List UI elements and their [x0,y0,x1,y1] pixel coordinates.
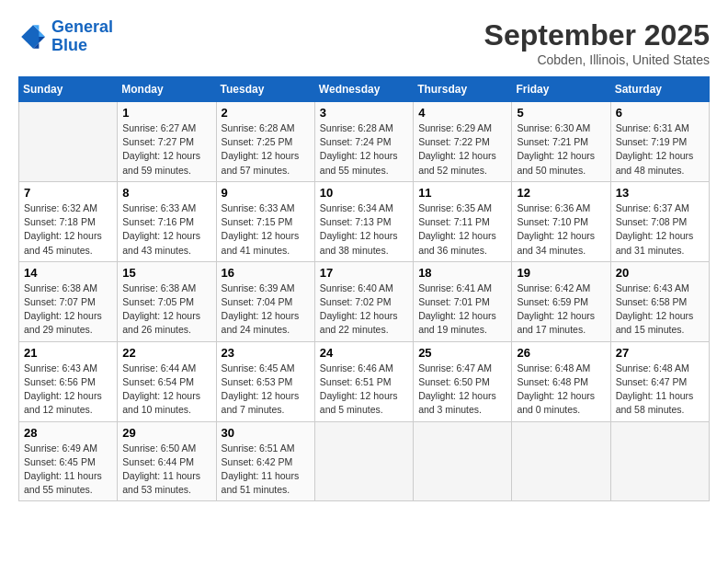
calendar-cell: 7Sunrise: 6:32 AM Sunset: 7:18 PM Daylig… [19,181,118,261]
calendar-body: 1Sunrise: 6:27 AM Sunset: 7:27 PM Daylig… [19,102,710,501]
day-of-week-header: Wednesday [314,77,413,102]
day-number: 1 [122,106,210,120]
calendar-cell: 26Sunrise: 6:48 AM Sunset: 6:48 PM Dayli… [512,341,610,421]
day-number: 11 [418,186,506,200]
day-number: 27 [616,346,704,360]
day-info: Sunrise: 6:39 AM Sunset: 7:04 PM Dayligh… [222,282,310,338]
calendar-cell: 21Sunrise: 6:43 AM Sunset: 6:56 PM Dayli… [19,341,118,421]
location-subtitle: Cobden, Illinois, United States [484,52,710,67]
calendar-cell: 15Sunrise: 6:38 AM Sunset: 7:05 PM Dayli… [118,261,216,341]
day-info: Sunrise: 6:43 AM Sunset: 6:56 PM Dayligh… [24,362,112,418]
calendar-cell: 19Sunrise: 6:42 AM Sunset: 6:59 PM Dayli… [512,261,610,341]
calendar-cell: 8Sunrise: 6:33 AM Sunset: 7:16 PM Daylig… [118,181,216,261]
day-number: 5 [517,106,605,120]
day-info: Sunrise: 6:47 AM Sunset: 6:50 PM Dayligh… [418,362,506,418]
calendar-cell [414,421,512,501]
day-info: Sunrise: 6:27 AM Sunset: 7:27 PM Dayligh… [122,121,210,178]
calendar-cell [610,421,709,501]
calendar-cell: 12Sunrise: 6:36 AM Sunset: 7:10 PM Dayli… [512,181,610,261]
day-info: Sunrise: 6:36 AM Sunset: 7:10 PM Dayligh… [517,201,605,258]
day-number: 30 [222,426,310,440]
day-number: 20 [616,266,704,280]
day-info: Sunrise: 6:48 AM Sunset: 6:48 PM Dayligh… [517,362,605,418]
day-number: 19 [517,266,605,280]
day-of-week-header: Friday [512,77,610,102]
day-number: 24 [320,346,408,360]
calendar-cell: 11Sunrise: 6:35 AM Sunset: 7:11 PM Dayli… [414,181,512,261]
calendar-cell: 29Sunrise: 6:50 AM Sunset: 6:44 PM Dayli… [118,421,216,501]
calendar-cell: 2Sunrise: 6:28 AM Sunset: 7:25 PM Daylig… [216,102,314,182]
calendar-cell [512,421,610,501]
calendar-cell: 17Sunrise: 6:40 AM Sunset: 7:02 PM Dayli… [314,261,413,341]
day-info: Sunrise: 6:31 AM Sunset: 7:19 PM Dayligh… [616,121,704,178]
day-of-week-header: Monday [118,77,216,102]
calendar-cell: 1Sunrise: 6:27 AM Sunset: 7:27 PM Daylig… [118,102,216,182]
calendar-cell: 30Sunrise: 6:51 AM Sunset: 6:42 PM Dayli… [216,421,314,501]
calendar-cell: 6Sunrise: 6:31 AM Sunset: 7:19 PM Daylig… [610,102,709,182]
day-number: 8 [122,186,210,200]
calendar-cell: 23Sunrise: 6:45 AM Sunset: 6:53 PM Dayli… [216,341,314,421]
calendar-week-row: 14Sunrise: 6:38 AM Sunset: 7:07 PM Dayli… [19,261,710,341]
day-number: 12 [517,186,605,200]
calendar-cell: 4Sunrise: 6:29 AM Sunset: 7:22 PM Daylig… [414,102,512,182]
logo-icon [18,22,48,52]
calendar-cell: 10Sunrise: 6:34 AM Sunset: 7:13 PM Dayli… [314,181,413,261]
day-number: 10 [320,186,408,200]
calendar-cell: 5Sunrise: 6:30 AM Sunset: 7:21 PM Daylig… [512,102,610,182]
calendar-cell: 16Sunrise: 6:39 AM Sunset: 7:04 PM Dayli… [216,261,314,341]
calendar-cell: 27Sunrise: 6:48 AM Sunset: 6:47 PM Dayli… [610,341,709,421]
day-info: Sunrise: 6:46 AM Sunset: 6:51 PM Dayligh… [320,362,408,418]
day-number: 6 [616,106,704,120]
day-number: 21 [24,346,112,360]
calendar-cell: 28Sunrise: 6:49 AM Sunset: 6:45 PM Dayli… [19,421,118,501]
title-block: September 2025 Cobden, Illinois, United … [484,18,710,67]
day-info: Sunrise: 6:38 AM Sunset: 7:07 PM Dayligh… [24,282,112,338]
day-info: Sunrise: 6:34 AM Sunset: 7:13 PM Dayligh… [320,201,408,258]
calendar-cell: 3Sunrise: 6:28 AM Sunset: 7:24 PM Daylig… [314,102,413,182]
day-number: 26 [517,346,605,360]
day-info: Sunrise: 6:48 AM Sunset: 6:47 PM Dayligh… [616,362,704,418]
day-info: Sunrise: 6:30 AM Sunset: 7:21 PM Dayligh… [517,121,605,178]
calendar-cell: 20Sunrise: 6:43 AM Sunset: 6:58 PM Dayli… [610,261,709,341]
day-info: Sunrise: 6:50 AM Sunset: 6:44 PM Dayligh… [122,442,210,498]
day-info: Sunrise: 6:28 AM Sunset: 7:25 PM Dayligh… [222,121,310,178]
days-of-week-row: SundayMondayTuesdayWednesdayThursdayFrid… [19,77,710,102]
day-info: Sunrise: 6:40 AM Sunset: 7:02 PM Dayligh… [320,282,408,338]
calendar-table: SundayMondayTuesdayWednesdayThursdayFrid… [18,76,710,501]
day-number: 22 [122,346,210,360]
day-number: 14 [24,266,112,280]
day-info: Sunrise: 6:51 AM Sunset: 6:42 PM Dayligh… [222,442,310,498]
day-info: Sunrise: 6:38 AM Sunset: 7:05 PM Dayligh… [122,282,210,338]
day-info: Sunrise: 6:28 AM Sunset: 7:24 PM Dayligh… [320,121,408,178]
page-header: General Blue September 2025 Cobden, Illi… [18,18,710,67]
day-info: Sunrise: 6:49 AM Sunset: 6:45 PM Dayligh… [24,442,112,498]
calendar-cell [314,421,413,501]
logo-text: General Blue [51,18,113,55]
day-info: Sunrise: 6:42 AM Sunset: 6:59 PM Dayligh… [517,282,605,338]
day-of-week-header: Saturday [610,77,709,102]
month-title: September 2025 [484,18,710,52]
day-info: Sunrise: 6:33 AM Sunset: 7:15 PM Dayligh… [222,201,310,258]
calendar-cell: 22Sunrise: 6:44 AM Sunset: 6:54 PM Dayli… [118,341,216,421]
calendar-week-row: 28Sunrise: 6:49 AM Sunset: 6:45 PM Dayli… [19,421,710,501]
calendar-week-row: 7Sunrise: 6:32 AM Sunset: 7:18 PM Daylig… [19,181,710,261]
day-number: 7 [24,186,112,200]
day-info: Sunrise: 6:44 AM Sunset: 6:54 PM Dayligh… [122,362,210,418]
calendar-cell: 18Sunrise: 6:41 AM Sunset: 7:01 PM Dayli… [414,261,512,341]
day-number: 15 [122,266,210,280]
day-info: Sunrise: 6:43 AM Sunset: 6:58 PM Dayligh… [616,282,704,338]
day-of-week-header: Thursday [414,77,512,102]
day-number: 9 [222,186,310,200]
logo-line2: Blue [51,36,87,54]
day-number: 13 [616,186,704,200]
calendar-cell: 25Sunrise: 6:47 AM Sunset: 6:50 PM Dayli… [414,341,512,421]
day-info: Sunrise: 6:33 AM Sunset: 7:16 PM Dayligh… [122,201,210,258]
day-info: Sunrise: 6:45 AM Sunset: 6:53 PM Dayligh… [222,362,310,418]
day-number: 17 [320,266,408,280]
calendar-cell [19,102,118,182]
day-number: 23 [222,346,310,360]
logo-line1: General [51,17,113,36]
calendar-week-row: 21Sunrise: 6:43 AM Sunset: 6:56 PM Dayli… [19,341,710,421]
day-number: 4 [418,106,506,120]
logo: General Blue [18,18,113,55]
